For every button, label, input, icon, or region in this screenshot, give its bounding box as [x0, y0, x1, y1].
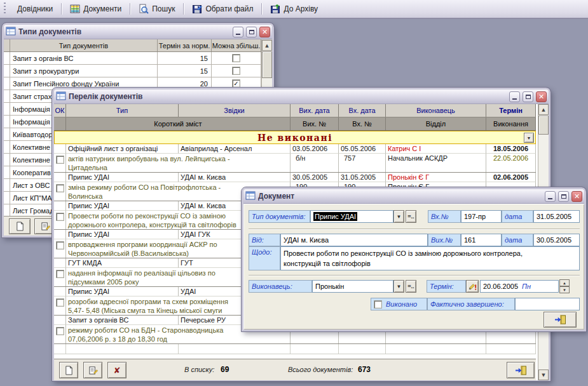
term-cell: 02.06.2005: [486, 173, 536, 182]
checkbox[interactable]: ✓: [232, 79, 240, 88]
column-header-type[interactable]: Тип документів: [10, 39, 158, 51]
checkbox[interactable]: [56, 184, 64, 192]
minimize-button[interactable]: [233, 27, 243, 37]
executor-more-button[interactable]: =..: [406, 280, 416, 293]
close-button[interactable]: ✕: [536, 91, 547, 102]
table-row[interactable]: Запит з органів ВС 15: [4, 52, 272, 65]
form-icon: [6, 27, 16, 37]
out-date-label: дата: [502, 234, 533, 246]
ok-checkbox-cell: [54, 154, 66, 172]
column-header-out-date[interactable]: Вих. дата: [291, 104, 339, 117]
gutter-header: [4, 39, 10, 51]
filter-dropdown-button[interactable]: ▼: [524, 133, 534, 143]
executor-combo[interactable]: Пронькін: [312, 280, 393, 293]
spin-up-button[interactable]: ▲: [559, 279, 570, 286]
term-value[interactable]: 20.06.2005 Пн: [480, 280, 559, 293]
column-header-type[interactable]: Тип: [66, 104, 179, 117]
spin-down-button[interactable]: ▼: [559, 286, 570, 293]
table-row[interactable]: Запит з прокуратури 15: [4, 65, 272, 77]
toolbar-button-dokumenty[interactable]: Документи: [65, 2, 126, 16]
exit-button[interactable]: [507, 362, 535, 378]
new-document-button[interactable]: [59, 362, 78, 378]
new-record-button[interactable]: [9, 218, 31, 234]
toolbar-button-obraty-fail[interactable]: Обрати файл: [187, 2, 258, 16]
exit-button[interactable]: [544, 312, 577, 328]
delete-document-button[interactable]: ✘: [107, 362, 126, 378]
checkbox[interactable]: [56, 270, 64, 278]
desktop: { "icons": {"dropdown":"▼","up":"▲","dow…: [0, 0, 588, 386]
toolbar-button-poshuk[interactable]: Пошук: [133, 2, 180, 16]
doc-type-selected-value: Припис УДАІ: [313, 212, 357, 221]
column-header-term[interactable]: Термін: [486, 104, 536, 117]
subject-label: Щодо:: [249, 246, 280, 270]
row-selector: [4, 116, 10, 128]
close-button[interactable]: ✕: [571, 191, 582, 202]
executor-dropdown-button[interactable]: ▼: [393, 280, 404, 293]
executor-label: Виконавець:: [249, 280, 312, 293]
scroll-up-button[interactable]: ▲: [538, 104, 549, 115]
column-header-executor[interactable]: Виконавець: [386, 104, 486, 117]
column-header-done[interactable]: Виконання: [486, 117, 536, 130]
out-date-value[interactable]: 30.05.2005: [533, 234, 580, 246]
doc-type-combo[interactable]: Припис УДАІ: [310, 210, 393, 223]
subject-value[interactable]: Провести роботи по реконструкції СО із з…: [280, 246, 580, 270]
term-edit-button[interactable]: [466, 280, 479, 293]
out-no-value[interactable]: 161: [461, 234, 502, 246]
from-value[interactable]: УДАІ м. Києва: [280, 234, 428, 246]
ok-checkbox-cell: [54, 268, 66, 286]
row-selector: [4, 166, 10, 179]
column-header-can-increase[interactable]: Можна збільш.: [212, 39, 261, 51]
window-title: Перелік документів: [69, 92, 507, 101]
edit-document-button[interactable]: [83, 362, 102, 378]
column-header-ok[interactable]: ОК: [54, 104, 66, 117]
checkbox[interactable]: [232, 54, 240, 62]
in-no-label: Вх.№: [428, 210, 461, 223]
toolbar-separator: [261, 3, 262, 15]
column-header-out-no[interactable]: Вих. №: [291, 117, 339, 130]
ok-checkbox-cell: [54, 211, 66, 229]
maximize-button[interactable]: [246, 27, 257, 37]
done-checkbox-group[interactable]: Виконано: [371, 298, 427, 310]
row-selector: [4, 128, 10, 141]
list-window-titlebar[interactable]: Перелік документів ✕: [54, 90, 549, 104]
scroll-up-button[interactable]: ▲: [262, 40, 272, 51]
finished-value[interactable]: [515, 298, 580, 310]
column-header-summary[interactable]: Короткий зміст: [66, 117, 291, 130]
checkbox[interactable]: [56, 156, 64, 164]
column-header-dept[interactable]: Відділ: [386, 117, 486, 130]
out-date-cell: 03.05.2006: [291, 144, 339, 154]
document-record-row[interactable]: Офіційний лист з організаці Авіаприлад -…: [54, 144, 536, 173]
checkbox[interactable]: [232, 67, 240, 75]
types-table-header: Тип документів Термін за норм. Можна збі…: [4, 39, 272, 52]
doc-type-more-button[interactable]: =..: [406, 210, 416, 223]
column-header-term[interactable]: Термін за норм.: [158, 39, 212, 51]
done-checkbox[interactable]: [374, 300, 382, 309]
scroll-down-button[interactable]: ▼: [538, 369, 549, 380]
scroll-thumb[interactable]: [262, 51, 272, 78]
scroll-thumb[interactable]: [538, 116, 549, 135]
filter-dropdown[interactable]: Не виконані ▼: [54, 131, 536, 144]
checkbox[interactable]: [56, 327, 64, 335]
checkbox[interactable]: [56, 298, 64, 307]
maximize-button[interactable]: [558, 191, 569, 202]
toolbar-button-do-arkhivu[interactable]: До Архіву: [265, 2, 323, 16]
total-label: Всього документів:: [288, 366, 353, 373]
types-window-titlebar[interactable]: Типи документів ✕: [4, 25, 272, 39]
in-date-value[interactable]: 31.05.2005: [533, 210, 580, 223]
doc-type-dropdown-button[interactable]: ▼: [393, 210, 404, 223]
toolbar-button-dovidnyky[interactable]: Довідники: [12, 3, 58, 15]
done-label: Виконано: [386, 300, 417, 308]
checkbox[interactable]: [56, 213, 64, 221]
column-header-from[interactable]: Звідки: [179, 104, 291, 117]
checkbox[interactable]: [56, 241, 64, 250]
column-header-in-no[interactable]: Вх. №: [339, 117, 386, 130]
minimize-button[interactable]: [509, 91, 520, 102]
in-no-value[interactable]: 197-пр: [461, 210, 502, 223]
toolbar-grip[interactable]: [4, 3, 6, 15]
document-window-titlebar[interactable]: Документ ✕: [243, 189, 584, 204]
maximize-button[interactable]: [523, 91, 533, 102]
minimize-button[interactable]: [545, 191, 556, 202]
in-date-cell: 31.05.2005: [339, 173, 386, 182]
column-header-in-date[interactable]: Вх. дата: [339, 104, 386, 117]
close-button[interactable]: ✕: [259, 27, 270, 37]
